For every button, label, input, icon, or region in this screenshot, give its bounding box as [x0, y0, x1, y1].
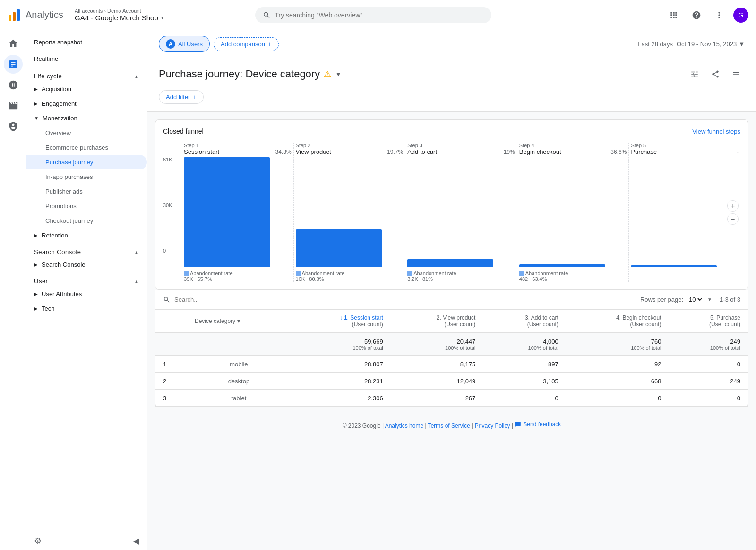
bar-step-1	[184, 157, 270, 267]
feedback-icon	[515, 421, 521, 428]
th-view-product[interactable]: 2. View product (User count)	[391, 310, 483, 333]
search-console-section-header[interactable]: Search Console ▲	[26, 243, 147, 257]
th-device-category[interactable]: Device category ▾	[187, 310, 291, 333]
sidebar-bottom: ⚙ ◀	[26, 532, 147, 550]
sidebar-child-promotions[interactable]: Promotions	[26, 199, 147, 213]
user-section-header[interactable]: User ▲	[26, 272, 147, 287]
funnel-steps-row: Step 1 Session start 34.3% Abandonment r…	[182, 143, 740, 282]
search-input[interactable]	[275, 11, 484, 19]
sidebar-item-acquisition[interactable]: ▶ Acquisition	[26, 82, 147, 96]
bar-step-4	[519, 264, 605, 267]
account-selector[interactable]: All accounts › Demo Account GA4 - Google…	[75, 8, 165, 22]
svg-rect-1	[13, 12, 16, 21]
table-header-row: Device category ▾ ↓ 1. Session start (Us…	[155, 310, 748, 333]
privacy-link[interactable]: Privacy Policy	[475, 423, 510, 429]
add-filter-button[interactable]: Add filter +	[159, 90, 204, 104]
page-title-chevron-icon[interactable]: ▼	[335, 70, 342, 78]
engagement-expand-icon: ▶	[34, 101, 38, 106]
nav-reports-icon[interactable]	[4, 55, 23, 74]
sidebar-child-overview[interactable]: Overview	[26, 126, 147, 140]
sidebar-child-checkout-journey[interactable]: Checkout journey	[26, 213, 147, 228]
more-report-options-button[interactable]	[728, 66, 745, 83]
sidebar-item-retention[interactable]: ▶ Retention	[26, 228, 147, 243]
data-table: Device category ▾ ↓ 1. Session start (Us…	[155, 310, 748, 407]
nav-explore-icon[interactable]	[4, 76, 23, 94]
top-header: Analytics All accounts › Demo Account GA…	[0, 0, 756, 30]
main-layout: Reports snapshot Realtime Life cycle ▲ ▶…	[0, 30, 756, 550]
th-purchase[interactable]: 5. Purchase (User count)	[669, 310, 748, 333]
app-name: Analytics	[26, 9, 63, 20]
table-search-icon	[163, 296, 171, 304]
table-totals-row: 59,669 100% of total 20,447 100% of tota…	[155, 333, 748, 356]
terms-link[interactable]: Terms of Service	[428, 423, 470, 429]
share-button[interactable]	[707, 66, 724, 83]
sidebar-item-tech[interactable]: ▶ Tech	[26, 301, 147, 316]
lifecycle-group: ▶ Acquisition ▶ Engagement ▼ Monetizatio…	[26, 82, 147, 243]
nav-configure-icon[interactable]	[4, 117, 23, 136]
y-label-mid: 30K	[163, 203, 180, 208]
svg-rect-0	[9, 15, 11, 21]
acquisition-expand-icon: ▶	[34, 86, 38, 92]
sidebar-child-purchase-journey[interactable]: Purchase journey	[26, 155, 147, 169]
lifecycle-section-header[interactable]: Life cycle ▲	[26, 67, 147, 82]
property-name[interactable]: GA4 - Google Merch Shop ▼	[75, 14, 165, 22]
table-search-input[interactable]	[174, 296, 269, 303]
global-search[interactable]	[255, 7, 491, 23]
sidebar-item-reports-snapshot[interactable]: Reports snapshot	[26, 34, 147, 51]
y-label-top: 61K	[163, 157, 180, 162]
analytics-logo-icon	[8, 8, 21, 22]
warning-icon: ⚠	[324, 69, 331, 79]
tech-expand-icon: ▶	[34, 306, 38, 311]
rows-per-page-select[interactable]: 10 25 50	[687, 296, 704, 304]
date-range-selector[interactable]: Last 28 days Oct 19 - Nov 15, 2023 ▼	[638, 41, 745, 48]
sidebar-child-ecommerce-purchases[interactable]: Ecommerce purchases	[26, 140, 147, 155]
sidebar-item-search-console[interactable]: ▶ Search Console	[26, 257, 147, 272]
collapse-sidebar-icon[interactable]: ◀	[133, 536, 139, 546]
more-options-button[interactable]	[711, 7, 728, 24]
sidebar-item-engagement[interactable]: ▶ Engagement	[26, 96, 147, 111]
sidebar-item-monetization[interactable]: ▼ Monetization	[26, 111, 147, 126]
main-content: A All Users Add comparison + Last 28 day…	[147, 30, 756, 550]
footer: © 2023 Google | Analytics home | Terms o…	[147, 415, 756, 435]
th-begin-checkout[interactable]: 4. Begin checkout (User count)	[566, 310, 669, 333]
funnel-chart: 61K 30K 0 Step 1 Session start 34.3%	[163, 143, 740, 282]
sidebar-content: Reports snapshot Realtime Life cycle ▲ ▶…	[26, 30, 147, 532]
apps-button[interactable]	[665, 7, 682, 24]
sidebar-child-in-app-purchases[interactable]: In-app purchases	[26, 169, 147, 184]
sidebar-child-publisher-ads[interactable]: Publisher ads	[26, 184, 147, 199]
filter-bar: Add filter +	[147, 86, 756, 112]
analytics-home-link[interactable]: Analytics home	[385, 423, 423, 429]
zoom-out-button[interactable]: −	[727, 213, 739, 225]
add-comparison-chip[interactable]: Add comparison +	[214, 37, 279, 51]
bar-step-3	[407, 259, 493, 267]
settings-icon[interactable]: ⚙	[34, 536, 42, 546]
user-attributes-expand-icon: ▶	[34, 291, 38, 296]
chart-header: Closed funnel View funnel steps	[163, 127, 740, 135]
y-label-bottom: 0	[163, 248, 180, 254]
feedback-link[interactable]: Send feedback	[523, 421, 561, 428]
customize-report-button[interactable]	[686, 66, 703, 83]
table-section: Rows per page: 10 25 50 ▼ 1-3 of 3	[155, 290, 748, 407]
nav-home-icon[interactable]	[4, 34, 23, 53]
search-console-expand-icon: ▶	[34, 262, 38, 267]
pagination-range: 1-3 of 3	[720, 296, 740, 303]
sidebar-item-realtime[interactable]: Realtime	[26, 51, 147, 67]
view-funnel-steps-link[interactable]: View funnel steps	[692, 128, 740, 135]
all-users-chip[interactable]: A All Users	[159, 36, 210, 52]
th-session-start[interactable]: ↓ 1. Session start (User count)	[291, 310, 391, 333]
chart-section: Closed funnel View funnel steps 61K 30K …	[155, 119, 748, 290]
zoom-in-button[interactable]: +	[727, 200, 739, 212]
page-title: Purchase journey: Device category ⚠ ▼	[159, 68, 342, 80]
funnel-step-3: Step 3 Add to cart 19% Abandonment rate	[405, 143, 517, 282]
th-add-to-cart[interactable]: 3. Add to cart (User count)	[483, 310, 566, 333]
table-row: 1 mobile 28,807 8,175 897 92 0	[155, 356, 748, 373]
sidebar-item-user-attributes[interactable]: ▶ User Attributes	[26, 287, 147, 301]
table-toolbar: Rows per page: 10 25 50 ▼ 1-3 of 3	[155, 290, 748, 310]
search-console-group: ▶ Search Console	[26, 257, 147, 272]
nav-advertising-icon[interactable]	[4, 96, 23, 115]
user-avatar[interactable]: G	[733, 8, 748, 23]
search-icon	[263, 11, 271, 19]
help-button[interactable]	[688, 7, 705, 24]
user-group: ▶ User Attributes ▶ Tech	[26, 287, 147, 316]
sidebar-nav-icons	[0, 30, 26, 550]
